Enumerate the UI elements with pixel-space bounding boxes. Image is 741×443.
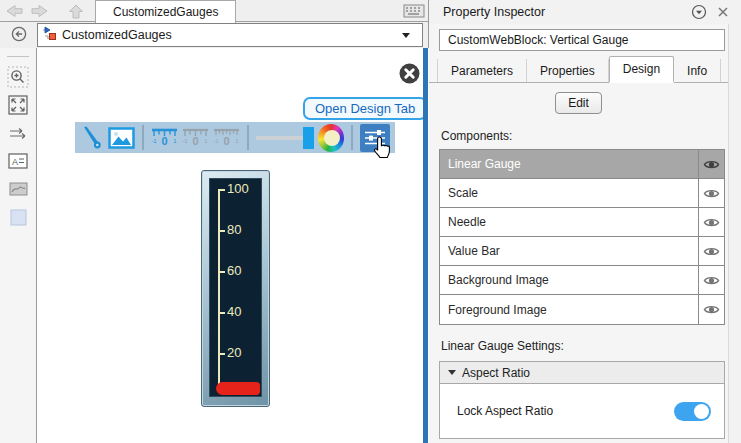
gauge-face: 100 80 60 40 20 xyxy=(209,178,262,397)
svg-text:1: 1 xyxy=(235,138,239,144)
inspector-tabs: Parameters Properties Design Info xyxy=(429,59,728,83)
up-arrow-icon[interactable] xyxy=(64,2,88,20)
component-row-background-image[interactable]: Background Image xyxy=(440,266,724,295)
tab-properties[interactable]: Properties xyxy=(527,59,609,82)
inspector-title: Property Inspector xyxy=(443,5,545,19)
hand-cursor-icon xyxy=(371,136,392,162)
svg-text:0: 0 xyxy=(223,135,229,147)
components-table: Linear Gauge Scale Needle Value Bar Back… xyxy=(439,149,725,325)
forward-arrow-icon[interactable] xyxy=(28,2,52,20)
lock-aspect-ratio-row: Lock Aspect Ratio xyxy=(439,384,725,439)
tab-customizedgauges[interactable]: CustomizedGauges xyxy=(95,0,236,23)
svg-text:1: 1 xyxy=(173,138,177,144)
model-icon xyxy=(42,26,57,44)
property-inspector-panel: Property Inspector CustomWebBlock: Verti… xyxy=(429,0,741,443)
eye-icon[interactable] xyxy=(698,237,724,265)
component-row-linear-gauge[interactable]: Linear Gauge xyxy=(440,150,724,179)
image-icon[interactable] xyxy=(108,127,135,149)
tab-bar: CustomizedGauges xyxy=(0,0,429,22)
divider xyxy=(247,125,249,150)
components-label: Components: xyxy=(441,129,728,143)
scrollbar-gutter[interactable] xyxy=(728,24,741,443)
gauge-needle xyxy=(216,382,260,395)
svg-text:-1: -1 xyxy=(213,138,219,144)
component-row-scale[interactable]: Scale xyxy=(440,179,724,208)
aspect-ratio-section: Aspect Ratio Lock Aspect Ratio xyxy=(439,361,725,439)
close-icon[interactable] xyxy=(717,6,729,21)
tab-parameters[interactable]: Parameters xyxy=(437,59,527,82)
gauge-tick xyxy=(218,189,225,191)
simulink-window: CustomizedGauges CustomizedGauges xyxy=(0,0,741,443)
chevron-down-icon xyxy=(448,370,456,375)
needle-icon[interactable] xyxy=(80,125,104,151)
component-row-foreground-image[interactable]: Foreground Image xyxy=(440,295,724,324)
inspector-content: CustomWebBlock: Vertical Gauge Parameter… xyxy=(429,24,728,443)
tab-info[interactable]: Info xyxy=(674,59,721,82)
gauge-tick-label: 100 xyxy=(227,182,249,196)
eye-icon[interactable] xyxy=(698,179,724,207)
vertical-gauge-block[interactable]: 100 80 60 40 20 xyxy=(201,170,270,407)
chevron-down-icon[interactable] xyxy=(402,33,410,38)
panel-splitter[interactable] xyxy=(423,48,428,443)
component-row-value-bar[interactable]: Value Bar xyxy=(440,237,724,266)
divider xyxy=(351,125,353,150)
gauge-tick-label: 40 xyxy=(227,305,241,319)
toggle-knob xyxy=(694,404,709,419)
svg-text:1: 1 xyxy=(204,138,208,144)
breadcrumb-model-name: CustomizedGauges xyxy=(62,28,397,42)
eye-icon[interactable] xyxy=(698,266,724,294)
block-name: CustomWebBlock: Vertical Gauge xyxy=(439,29,725,51)
lock-aspect-ratio-toggle[interactable] xyxy=(674,402,711,421)
gauge-tick xyxy=(218,230,225,232)
edit-button[interactable]: Edit xyxy=(555,92,602,114)
linear-scale-icon[interactable]: 0-11 xyxy=(182,127,209,148)
svg-text:-1: -1 xyxy=(151,138,157,144)
open-design-tab-tooltip[interactable]: Open Design Tab xyxy=(303,97,427,120)
area-icon[interactable] xyxy=(6,205,30,229)
slider-icon[interactable] xyxy=(256,125,314,151)
component-row-needle[interactable]: Needle xyxy=(440,208,724,237)
color-wheel-center xyxy=(324,130,340,146)
breadcrumb-row: CustomizedGauges xyxy=(0,22,429,48)
eye-icon[interactable] xyxy=(698,150,724,178)
collapse-panel-icon[interactable] xyxy=(691,4,707,23)
fit-to-view-icon[interactable] xyxy=(6,93,30,117)
model-canvas[interactable]: Open Design Tab 0-11 0-11 0-11 xyxy=(37,48,423,443)
svg-text:0: 0 xyxy=(192,135,198,147)
svg-text:A: A xyxy=(12,157,18,167)
eye-icon[interactable] xyxy=(698,208,724,236)
gauge-tick-label: 60 xyxy=(227,264,241,278)
svg-text:-1: -1 xyxy=(182,138,188,144)
svg-text:0: 0 xyxy=(161,135,167,147)
gauge-tick xyxy=(218,312,225,314)
tab-label: CustomizedGauges xyxy=(113,5,218,19)
image-icon[interactable] xyxy=(6,177,30,201)
palette-sidebar: A xyxy=(0,48,37,443)
eye-icon[interactable] xyxy=(698,295,724,324)
back-arrow-icon[interactable] xyxy=(2,2,26,20)
tab-design[interactable]: Design xyxy=(609,56,674,83)
divider xyxy=(142,125,144,150)
gauge-toolbar: 0-11 0-11 0-11 xyxy=(75,122,395,153)
gauge-tick-label: 80 xyxy=(227,223,241,237)
color-wheel-icon[interactable] xyxy=(318,124,344,152)
linear-scale-alt-icon[interactable]: 0-11 xyxy=(213,127,240,148)
design-settings-icon[interactable] xyxy=(360,124,390,152)
breadcrumb[interactable]: CustomizedGauges xyxy=(37,23,423,47)
divider xyxy=(7,56,29,57)
gauge-tick xyxy=(218,353,225,355)
gauge-scale xyxy=(218,189,220,393)
hide-browser-icon[interactable] xyxy=(11,26,27,45)
aspect-ratio-section-header[interactable]: Aspect Ratio xyxy=(439,361,725,384)
linear-scale-blue-icon[interactable]: 0-11 xyxy=(151,127,178,148)
lock-aspect-ratio-label: Lock Aspect Ratio xyxy=(457,404,553,418)
signal-routing-icon[interactable] xyxy=(6,121,30,145)
keyboard-icon[interactable] xyxy=(403,4,425,21)
zoom-icon[interactable] xyxy=(6,65,30,89)
annotation-icon[interactable]: A xyxy=(6,149,30,173)
close-icon[interactable] xyxy=(397,61,422,86)
gauge-tick xyxy=(218,271,225,273)
slider-handle xyxy=(303,127,314,149)
gauge-tick-label: 20 xyxy=(227,346,241,360)
slider-track xyxy=(256,136,306,140)
